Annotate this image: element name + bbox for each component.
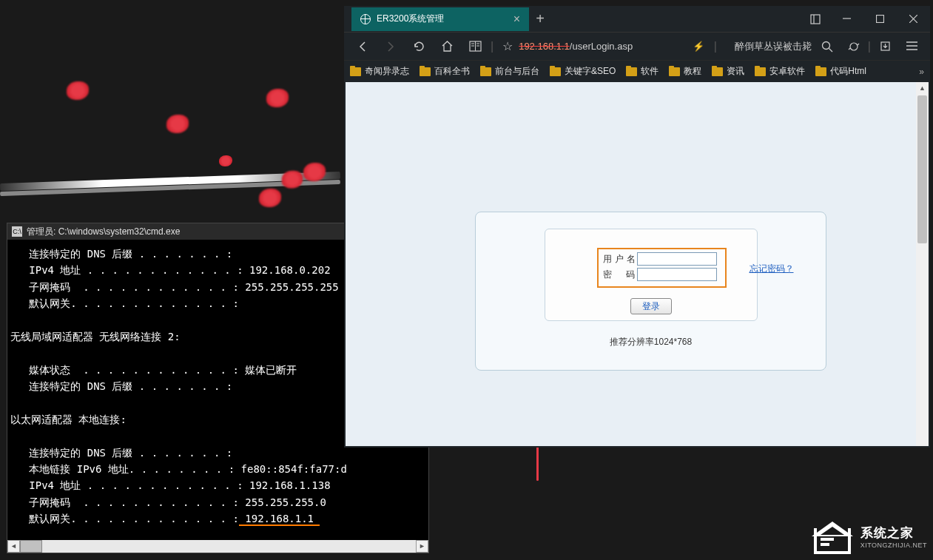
login-form: 用户名 密 码 忘记密码？ 登录 <box>545 229 758 321</box>
download-icon[interactable] <box>872 36 897 58</box>
browser-tab-active[interactable]: ER3200系统管理 × <box>351 7 529 31</box>
folder-icon <box>712 67 723 76</box>
watermark-text: 系统之家 XITONGZHIJIA.NET <box>860 524 927 549</box>
password-label: 密 码 <box>603 269 637 281</box>
folder-icon <box>755 67 766 76</box>
url-path: /userLogin.asp <box>570 41 633 52</box>
bookmark-folder[interactable]: 资讯 <box>712 65 744 78</box>
svg-rect-0 <box>811 15 820 24</box>
folder-icon <box>350 67 361 76</box>
cmd-line: 本地链接 IPv6 地址. . . . . . . . : fe80::854f… <box>10 461 425 477</box>
reading-view-button[interactable] <box>462 36 488 58</box>
folder-icon <box>626 67 637 76</box>
browser-window: ER3200系统管理 × + <box>344 6 930 448</box>
svg-line-13 <box>829 48 832 52</box>
svg-point-12 <box>822 41 829 49</box>
bookmarks-overflow-button[interactable]: » <box>919 67 924 77</box>
cmd-icon: C:\ <box>12 226 22 237</box>
watermark-logo: 系统之家 XITONGZHIJIA.NET <box>810 519 927 554</box>
folder-icon <box>550 67 561 76</box>
bookmark-folder[interactable]: 奇闻异录志 <box>350 65 409 78</box>
back-button[interactable] <box>350 36 375 58</box>
sync-icon[interactable] <box>841 36 866 58</box>
folder-icon <box>815 67 826 76</box>
login-highlight-box: 用户名 密 码 <box>597 248 727 288</box>
lightning-icon[interactable]: ⚡ <box>686 36 711 58</box>
cmd-line: IPv4 地址 . . . . . . . . . . . . : 192.16… <box>10 477 425 493</box>
menu-button[interactable] <box>899 36 924 58</box>
username-label: 用户名 <box>603 253 637 266</box>
scroll-thumb[interactable] <box>20 540 42 553</box>
password-input[interactable] <box>637 268 717 281</box>
search-icon[interactable] <box>815 36 840 58</box>
svg-rect-3 <box>877 16 884 23</box>
bookmark-folder[interactable]: 百科全书 <box>420 65 470 78</box>
scroll-left-button[interactable]: ◄ <box>7 540 20 553</box>
home-button[interactable] <box>434 36 459 58</box>
scroll-right-button[interactable]: ► <box>416 540 428 553</box>
folder-icon <box>420 67 431 76</box>
resolution-hint: 推荐分辨率1024*768 <box>492 336 809 348</box>
bookmark-folder[interactable]: 教程 <box>669 65 701 78</box>
cmd-line: 默认网关. . . . . . . . . . . . . : 192.168.… <box>10 510 425 527</box>
globe-icon <box>360 14 371 24</box>
browser-tabbar: ER3200系统管理 × + <box>344 6 930 32</box>
bookmarks-bar: 奇闻异录志 百科全书 前台与后台 关键字&SEO 软件 教程 资讯 安卓软件 代… <box>344 60 930 82</box>
blossom-art <box>259 189 281 207</box>
browser-motto-text: 醉倒草丛误被击毙 <box>735 40 812 53</box>
minimize-button[interactable] <box>830 8 863 30</box>
refresh-button[interactable] <box>406 36 431 58</box>
blossom-art <box>303 163 326 181</box>
cmd-horizontal-scrollbar[interactable]: ◄ ► <box>7 540 428 553</box>
default-gateway-highlighted: 192.168.1.1 <box>239 513 320 526</box>
blossom-art <box>282 171 303 189</box>
browser-page-content: 用户名 密 码 忘记密码？ 登录 推荐分辨率1024*768 ▲ <box>344 82 930 448</box>
bookmark-folder[interactable]: 前台与后台 <box>480 65 539 78</box>
new-tab-button[interactable]: + <box>529 8 551 30</box>
scroll-up-button[interactable]: ▲ <box>916 82 929 95</box>
forward-button[interactable] <box>378 36 403 58</box>
favorite-star-icon[interactable]: ☆ <box>502 39 513 53</box>
blossom-art <box>67 81 89 100</box>
url-host: 192.168.1.1 <box>519 41 570 52</box>
browser-address-bar: | ☆ 192.168.1.1/userLogin.asp ⚡ | 醉倒草丛误被… <box>344 32 930 60</box>
scroll-track[interactable] <box>20 540 416 553</box>
close-tab-button[interactable]: × <box>513 13 520 26</box>
bookmark-folder[interactable]: 关键字&SEO <box>550 65 616 78</box>
cmd-title: 管理员: C:\windows\system32\cmd.exe <box>27 226 180 238</box>
url-field[interactable]: ☆ 192.168.1.1/userLogin.asp <box>496 39 683 53</box>
bookmark-folder[interactable]: 安卓软件 <box>755 65 805 78</box>
browser-vertical-scrollbar[interactable]: ▲ <box>916 82 929 446</box>
bookmark-folder[interactable]: 代码Html <box>815 65 866 78</box>
login-button[interactable]: 登录 <box>630 298 672 314</box>
cmd-line: 子网掩码 . . . . . . . . . . . . : 255.255.2… <box>10 494 425 510</box>
blossom-art <box>266 89 289 107</box>
folder-icon <box>480 67 491 76</box>
blossom-art <box>166 115 189 133</box>
bookmark-folder[interactable]: 软件 <box>626 65 659 78</box>
folder-icon <box>669 67 680 76</box>
sidebar-toggle-icon[interactable] <box>801 8 830 30</box>
username-input[interactable] <box>637 252 717 266</box>
scroll-thumb[interactable] <box>917 95 927 243</box>
house-icon <box>810 519 855 554</box>
red-line-art <box>536 444 539 481</box>
close-window-button[interactable] <box>897 8 930 30</box>
forgot-password-link[interactable]: 忘记密码？ <box>750 263 794 275</box>
tab-title: ER3200系统管理 <box>377 13 444 25</box>
maximize-button[interactable] <box>863 8 897 30</box>
login-panel: 用户名 密 码 忘记密码？ 登录 推荐分辨率1024*768 <box>475 212 826 371</box>
blossom-art <box>219 155 232 166</box>
